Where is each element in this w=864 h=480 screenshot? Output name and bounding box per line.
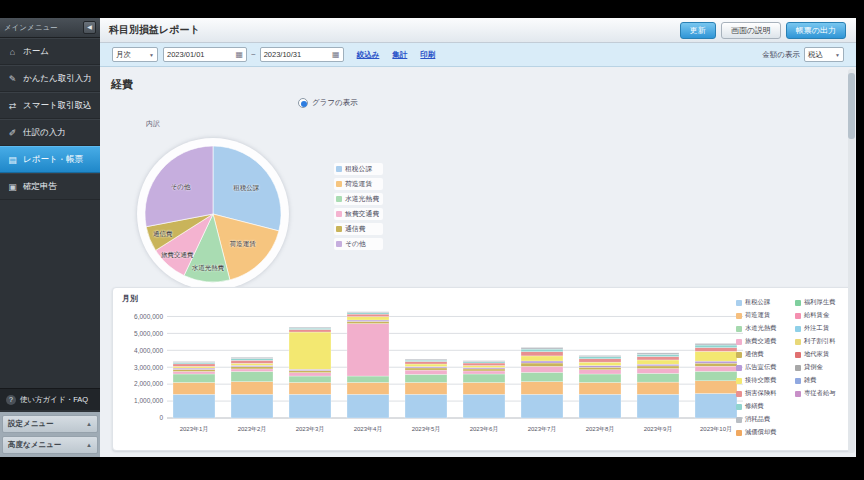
legend-label: 水道光熱費 [745, 324, 776, 333]
bar-legend: 租税公課荷造運賃水道光熱費旅費交通費通信費広告宣伝費接待交際費損害保険料修繕費消… [736, 296, 847, 442]
x-axis-tick-label: 2023年6月 [470, 426, 499, 433]
bar-legend-item: 租税公課 [736, 296, 788, 309]
graph-display-radio[interactable]: グラフの表示 [298, 98, 358, 108]
bar-segment [463, 371, 505, 374]
bar-legend-item: 通信費 [736, 348, 788, 361]
legend-label: 損害保険料 [745, 389, 776, 398]
pie-slice-label: その他 [171, 183, 191, 192]
bar-segment [347, 324, 389, 376]
y-axis-tick-label: 5,000,000 [134, 330, 163, 337]
x-axis-tick-label: 2023年1月 [180, 426, 209, 433]
legend-swatch-icon [336, 196, 342, 202]
calendar-icon: ▦ [332, 50, 340, 59]
sidebar-item-guide-faq[interactable]: ? 使い方ガイド・FAQ [0, 388, 100, 410]
sidebar-item[interactable]: ⌂ホーム [0, 38, 100, 65]
bar-segment [405, 361, 447, 364]
bar-segment [637, 394, 679, 418]
bar-segment [405, 382, 447, 394]
legend-swatch-icon [736, 404, 742, 410]
bar-segment [289, 332, 331, 369]
sidebar-collapse-button[interactable]: ◀ [83, 21, 96, 34]
pie-legend-item: 旅費交通費 [334, 208, 383, 220]
sidebar-item-label: かんたん取引入力 [23, 73, 92, 85]
sidebar-header: メインメニュー ◀ [0, 18, 100, 38]
bar-segment [289, 376, 331, 382]
legend-swatch-icon [736, 313, 742, 319]
legend-swatch-icon [336, 226, 342, 232]
export-report-button[interactable]: 帳票の出力 [786, 22, 846, 39]
print-link[interactable]: 印刷 [420, 50, 435, 60]
bar-segment [347, 314, 389, 317]
sidebar-advanced-menu-bar[interactable]: 高度なメニュー ▲ [2, 436, 98, 454]
bar-segment [579, 394, 621, 418]
bar-segment [695, 345, 737, 348]
bar-legend-item: 損害保険料 [736, 387, 788, 400]
bar-legend-item: 消耗品費 [736, 413, 788, 426]
y-axis-tick-label: 3,000,000 [134, 364, 163, 371]
bar-segment [695, 366, 737, 371]
bar-segment [231, 367, 273, 369]
legend-swatch-icon [795, 339, 801, 345]
chevron-up-icon: ▲ [86, 421, 92, 427]
vertical-scrollbar [848, 69, 855, 453]
guide-label: 使い方ガイド・FAQ [20, 395, 88, 405]
bar-segment [231, 371, 273, 381]
pie-legend-item: 荷造運賃 [334, 178, 383, 190]
sidebar-item-label: ホーム [23, 46, 49, 58]
tax-mode-select[interactable]: 税込 ▼ [804, 47, 844, 62]
scrollbar-thumb[interactable] [848, 73, 855, 139]
tax-return-icon: ▣ [7, 182, 18, 192]
chevron-down-icon: ▼ [149, 52, 154, 58]
x-axis-tick-label: 2023年4月 [354, 426, 383, 433]
bar-segment [347, 394, 389, 418]
sidebar-settings-menu-bar[interactable]: 設定メニュー ▲ [2, 415, 98, 433]
bar-segment [521, 394, 563, 418]
x-axis-tick-label: 2023年10月 [700, 426, 732, 433]
screen-help-button[interactable]: 画面の説明 [721, 22, 781, 39]
legend-label: 専従者給与 [804, 389, 835, 398]
bar-legend-item: 減価償却費 [736, 426, 788, 439]
pie-legend: 租税公課荷造運賃水道光熱費旅費交通費通信費その他 [334, 163, 383, 250]
y-axis-tick-label: 6,000,000 [134, 313, 163, 320]
bar-segment [231, 382, 273, 395]
bar-segment [463, 363, 505, 366]
sidebar-menu: ⌂ホーム✎かんたん取引入力⇄スマート取引取込✐仕訳の入力▤レポート・帳票▣確定申… [0, 38, 100, 200]
expense-pie-chart: 租税公課荷造運賃水道光熱費旅費交通費通信費その他 [128, 129, 298, 299]
refresh-button[interactable]: 更新 [680, 22, 716, 39]
sidebar-item[interactable]: ✐仕訳の入力 [0, 119, 100, 146]
period-select[interactable]: 月次 ▼ [112, 47, 158, 62]
legend-swatch-icon [736, 326, 742, 332]
aggregate-link[interactable]: 集計 [392, 50, 407, 60]
bar-segment [231, 394, 273, 418]
bar-segment [521, 372, 563, 381]
bar-segment [637, 360, 679, 364]
sidebar-item[interactable]: ⇄スマート取引取込 [0, 92, 100, 119]
y-axis-tick-label: 0 [159, 414, 163, 421]
bar-segment [637, 357, 679, 360]
bar-legend-item: 貸倒金 [795, 361, 847, 374]
app-window: メインメニュー ◀ ⌂ホーム✎かんたん取引入力⇄スマート取引取込✐仕訳の入力▤レ… [0, 18, 856, 457]
screen: メインメニュー ◀ ⌂ホーム✎かんたん取引入力⇄スマート取引取込✐仕訳の入力▤レ… [0, 0, 864, 480]
sidebar-item[interactable]: ▣確定申告 [0, 173, 100, 200]
date-from-input[interactable]: 2023/01/01 ▦ [163, 47, 247, 62]
bar-segment [405, 370, 447, 374]
calendar-icon: ▦ [235, 50, 243, 59]
legend-swatch-icon [336, 181, 342, 187]
legend-swatch-icon [736, 339, 742, 345]
date-to-input[interactable]: 2023/10/31 ▦ [260, 47, 344, 62]
sidebar-item[interactable]: ✎かんたん取引入力 [0, 65, 100, 92]
filter-link[interactable]: 絞込み [357, 50, 380, 60]
legend-label: 荷造運賃 [745, 311, 770, 320]
legend-swatch-icon [736, 430, 742, 436]
bar-chart-svg: 01,000,0002,000,0003,000,0004,000,0005,0… [115, 300, 751, 448]
pie-slice-label: 水道光熱費 [192, 263, 225, 272]
legend-swatch-icon [795, 365, 801, 371]
bar-segment [173, 364, 215, 367]
pie-slice-label: 旅費交通費 [161, 250, 194, 259]
bar-segment [521, 382, 563, 395]
sidebar-item[interactable]: ▤レポート・帳票 [0, 146, 100, 173]
report-icon: ▤ [7, 155, 18, 165]
legend-swatch-icon [795, 326, 801, 332]
sidebar-item-label: 仕訳の入力 [23, 127, 66, 139]
bar-segment [347, 376, 389, 382]
